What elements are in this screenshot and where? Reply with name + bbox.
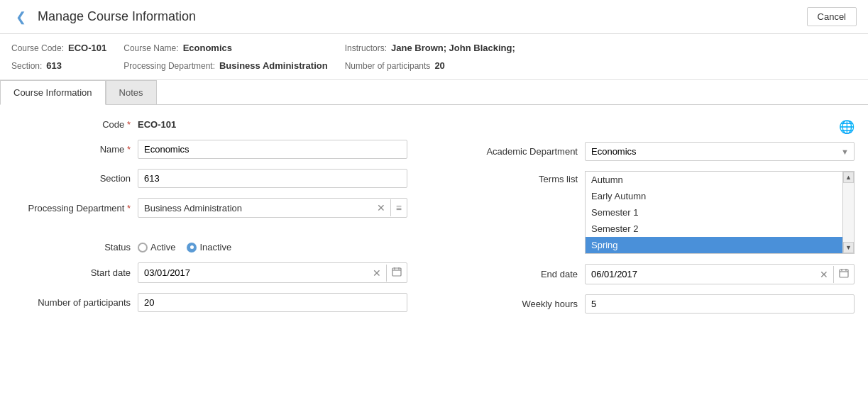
- svg-rect-0: [392, 268, 401, 276]
- code-label: Code *: [17, 119, 138, 130]
- weekly-hours-row: Weekly hours: [471, 294, 855, 314]
- status-active-option[interactable]: Active: [138, 242, 175, 253]
- spacer: [17, 228, 443, 242]
- weekly-hours-input[interactable]: [585, 294, 855, 314]
- course-code-label: Course Code:: [11, 43, 64, 53]
- terms-item-autumn[interactable]: Autumn: [586, 172, 842, 188]
- calendar-icon: [392, 267, 402, 277]
- processing-dept-value: Business Administration: [219, 60, 328, 71]
- participants-info-value: 20: [434, 60, 444, 71]
- terms-list-inner: Autumn Early Autumn Semester 1 Semester …: [586, 172, 854, 253]
- section-form-label: Section: [17, 173, 138, 184]
- tab-bar: Course Information Notes: [0, 80, 868, 105]
- radio-inner: [190, 245, 194, 249]
- processing-dept-form-row: Processing Department * Business Adminis…: [17, 198, 443, 218]
- tab-notes[interactable]: Notes: [106, 80, 157, 105]
- instructors-label: Instructors:: [345, 43, 387, 53]
- academic-dept-select-wrapper: Economics ▼: [585, 142, 855, 161]
- terms-list-scroll: Autumn Early Autumn Semester 1 Semester …: [586, 172, 842, 253]
- form-left: Code * ECO-101 Name * Section Processing…: [17, 119, 443, 323]
- processing-dept-field: Business Administration ✕ ≡: [138, 198, 407, 218]
- processing-dept-form-label: Processing Department *: [17, 203, 138, 213]
- info-col-1: Course Code: ECO-101 Section: 613: [11, 43, 106, 71]
- info-col-2: Course Name: Economics Processing Depart…: [123, 43, 327, 71]
- participants-info-row: Number of participants 20: [345, 60, 515, 71]
- end-calendar-icon: [839, 268, 849, 278]
- course-code-row: Course Code: ECO-101: [11, 43, 106, 53]
- processing-dept-row: Processing Department: Business Administ…: [123, 60, 327, 71]
- header-left: ❮ Manage Course Information: [11, 8, 196, 26]
- participants-input[interactable]: [138, 293, 407, 312]
- tab-course-information[interactable]: Course Information: [0, 80, 106, 105]
- end-date-field: ✕: [585, 264, 855, 284]
- end-date-clear-button[interactable]: ✕: [815, 265, 833, 284]
- terms-item-early-autumn[interactable]: Early Autumn: [586, 188, 842, 204]
- participants-form-row: Number of participants: [17, 293, 443, 312]
- end-date-calendar-button[interactable]: [834, 265, 854, 284]
- inactive-radio-circle: [187, 243, 197, 253]
- participants-form-label: Number of participants: [17, 297, 138, 308]
- active-radio-label: Active: [150, 242, 175, 253]
- name-row: Name *: [17, 140, 443, 159]
- section-label: Section:: [11, 61, 42, 71]
- section-form-row: Section: [17, 169, 443, 188]
- form-right: 🌐 Academic Department Economics ▼ Terms …: [471, 119, 855, 323]
- code-row: Code * ECO-101: [17, 119, 443, 130]
- instructors-row: Instructors: Jane Brown; John Blacking;: [345, 43, 515, 53]
- course-name-row: Course Name: Economics: [123, 43, 327, 53]
- processing-dept-list-button[interactable]: ≡: [391, 199, 407, 217]
- inactive-radio-label: Inactive: [199, 242, 231, 253]
- academic-dept-label: Academic Department: [471, 146, 585, 157]
- academic-dept-row: Academic Department Economics ▼: [471, 142, 855, 161]
- terms-item-semester2[interactable]: Semester 2: [586, 221, 842, 237]
- section-input[interactable]: [138, 169, 407, 188]
- globe-button-area: 🌐: [471, 119, 855, 135]
- course-code-value: ECO-101: [68, 43, 106, 53]
- terms-list-container: Autumn Early Autumn Semester 1 Semester …: [585, 171, 855, 254]
- course-name-label: Course Name:: [123, 43, 178, 53]
- terms-scrollbar: ▲ ▼: [842, 172, 854, 253]
- status-radio-group: Active Inactive: [138, 242, 231, 253]
- scrollbar-track: [843, 183, 854, 242]
- active-radio-circle: [138, 243, 148, 253]
- cancel-button[interactable]: Cancel: [807, 7, 857, 26]
- start-date-label: Start date: [17, 267, 138, 278]
- processing-dept-text: Business Administration: [138, 199, 372, 217]
- info-col-3: Instructors: Jane Brown; John Blacking; …: [345, 43, 515, 71]
- section-row: Section: 613: [11, 60, 106, 71]
- instructors-value: Jane Brown; John Blacking;: [391, 43, 515, 53]
- start-date-input[interactable]: [138, 264, 368, 282]
- section-value: 613: [46, 60, 62, 71]
- page-header: ❮ Manage Course Information Cancel: [0, 0, 868, 34]
- terms-list-row: Terms list Autumn Early Autumn Semester …: [471, 171, 855, 254]
- terms-list-label: Terms list: [471, 171, 585, 184]
- form-area: Code * ECO-101 Name * Section Processing…: [0, 105, 868, 338]
- page-title: Manage Course Information: [38, 9, 196, 24]
- course-name-value: Economics: [183, 43, 232, 53]
- back-button[interactable]: ❮: [11, 8, 31, 26]
- status-row: Status Active Inactive: [17, 242, 443, 253]
- globe-icon[interactable]: 🌐: [839, 119, 855, 135]
- terms-item-semester1[interactable]: Semester 1: [586, 204, 842, 221]
- terms-item-spring[interactable]: Spring: [586, 237, 842, 253]
- participants-info-label: Number of participants: [345, 61, 431, 71]
- status-label: Status: [17, 242, 138, 253]
- end-date-input[interactable]: [586, 265, 815, 283]
- scrollbar-down-button[interactable]: ▼: [843, 242, 854, 253]
- processing-dept-label: Processing Department:: [123, 61, 215, 71]
- start-date-calendar-button[interactable]: [387, 263, 407, 282]
- name-input[interactable]: [138, 140, 407, 159]
- status-inactive-option[interactable]: Inactive: [187, 242, 231, 253]
- end-date-label: End date: [471, 269, 585, 279]
- weekly-hours-label: Weekly hours: [471, 299, 585, 309]
- code-value: ECO-101: [138, 119, 176, 130]
- info-bar: Course Code: ECO-101 Section: 613 Course…: [0, 34, 868, 80]
- end-date-row: End date ✕: [471, 264, 855, 284]
- scrollbar-up-button[interactable]: ▲: [843, 172, 854, 183]
- svg-rect-4: [840, 270, 848, 277]
- processing-dept-clear-button[interactable]: ✕: [372, 199, 390, 217]
- academic-dept-select[interactable]: Economics: [585, 142, 855, 161]
- start-date-field: ✕: [138, 262, 407, 283]
- start-date-row: Start date ✕: [17, 262, 443, 283]
- start-date-clear-button[interactable]: ✕: [368, 264, 386, 282]
